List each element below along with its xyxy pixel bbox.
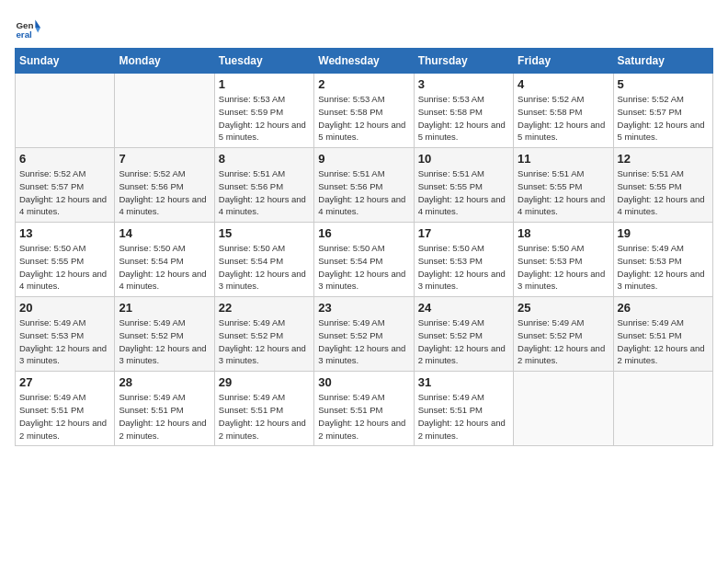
day-header-thursday: Thursday xyxy=(414,49,513,74)
logo: Gen eral xyxy=(15,15,44,40)
day-info: Sunrise: 5:50 AM Sunset: 5:54 PM Dayligh… xyxy=(219,242,310,293)
day-number: 5 xyxy=(618,77,709,91)
calendar-cell: 4Sunrise: 5:52 AM Sunset: 5:58 PM Daylig… xyxy=(514,74,613,148)
calendar-cell: 22Sunrise: 5:49 AM Sunset: 5:52 PM Dayli… xyxy=(214,297,313,372)
calendar-cell: 9Sunrise: 5:51 AM Sunset: 5:56 PM Daylig… xyxy=(314,148,414,223)
day-number: 7 xyxy=(119,152,210,166)
day-number: 12 xyxy=(618,152,709,166)
calendar-cell: 17Sunrise: 5:50 AM Sunset: 5:53 PM Dayli… xyxy=(414,223,513,297)
calendar-week-row: 6Sunrise: 5:52 AM Sunset: 5:57 PM Daylig… xyxy=(16,148,713,223)
day-info: Sunrise: 5:52 AM Sunset: 5:57 PM Dayligh… xyxy=(618,93,709,144)
day-info: Sunrise: 5:52 AM Sunset: 5:57 PM Dayligh… xyxy=(19,167,110,218)
day-info: Sunrise: 5:50 AM Sunset: 5:54 PM Dayligh… xyxy=(119,242,210,293)
day-info: Sunrise: 5:49 AM Sunset: 5:52 PM Dayligh… xyxy=(518,316,609,367)
page-header: Gen eral xyxy=(15,15,713,40)
calendar-table: SundayMondayTuesdayWednesdayThursdayFrid… xyxy=(15,48,713,446)
day-number: 19 xyxy=(618,226,709,240)
day-info: Sunrise: 5:49 AM Sunset: 5:52 PM Dayligh… xyxy=(219,316,310,367)
day-info: Sunrise: 5:51 AM Sunset: 5:55 PM Dayligh… xyxy=(518,167,609,218)
day-info: Sunrise: 5:49 AM Sunset: 5:53 PM Dayligh… xyxy=(618,242,709,293)
day-number: 13 xyxy=(19,226,110,240)
calendar-cell: 12Sunrise: 5:51 AM Sunset: 5:55 PM Dayli… xyxy=(613,148,712,223)
calendar-cell: 10Sunrise: 5:51 AM Sunset: 5:55 PM Dayli… xyxy=(414,148,513,223)
day-info: Sunrise: 5:49 AM Sunset: 5:51 PM Dayligh… xyxy=(119,391,210,442)
calendar-cell: 2Sunrise: 5:53 AM Sunset: 5:58 PM Daylig… xyxy=(314,74,414,148)
day-info: Sunrise: 5:52 AM Sunset: 5:58 PM Dayligh… xyxy=(518,93,609,144)
calendar-cell: 30Sunrise: 5:49 AM Sunset: 5:51 PM Dayli… xyxy=(314,372,414,446)
day-number: 24 xyxy=(418,301,509,315)
day-info: Sunrise: 5:49 AM Sunset: 5:52 PM Dayligh… xyxy=(418,316,509,367)
calendar-cell: 1Sunrise: 5:53 AM Sunset: 5:59 PM Daylig… xyxy=(214,74,313,148)
day-header-saturday: Saturday xyxy=(613,49,712,74)
day-info: Sunrise: 5:49 AM Sunset: 5:51 PM Dayligh… xyxy=(418,391,509,442)
logo-icon: Gen eral xyxy=(15,15,40,40)
day-number: 20 xyxy=(19,301,110,315)
day-info: Sunrise: 5:49 AM Sunset: 5:51 PM Dayligh… xyxy=(19,391,110,442)
day-info: Sunrise: 5:49 AM Sunset: 5:51 PM Dayligh… xyxy=(318,391,409,442)
day-info: Sunrise: 5:50 AM Sunset: 5:55 PM Dayligh… xyxy=(19,242,110,293)
calendar-cell: 18Sunrise: 5:50 AM Sunset: 5:53 PM Dayli… xyxy=(514,223,613,297)
day-info: Sunrise: 5:49 AM Sunset: 5:51 PM Dayligh… xyxy=(219,391,310,442)
calendar-cell: 7Sunrise: 5:52 AM Sunset: 5:56 PM Daylig… xyxy=(115,148,214,223)
day-number: 18 xyxy=(518,226,609,240)
day-info: Sunrise: 5:49 AM Sunset: 5:51 PM Dayligh… xyxy=(618,316,709,367)
day-header-monday: Monday xyxy=(115,49,214,74)
calendar-cell: 28Sunrise: 5:49 AM Sunset: 5:51 PM Dayli… xyxy=(115,372,214,446)
day-number: 16 xyxy=(318,226,409,240)
day-number: 3 xyxy=(418,77,509,91)
day-number: 26 xyxy=(618,301,709,315)
day-info: Sunrise: 5:49 AM Sunset: 5:53 PM Dayligh… xyxy=(19,316,110,367)
calendar-cell xyxy=(514,372,613,446)
calendar-week-row: 20Sunrise: 5:49 AM Sunset: 5:53 PM Dayli… xyxy=(16,297,713,372)
day-info: Sunrise: 5:51 AM Sunset: 5:55 PM Dayligh… xyxy=(418,167,509,218)
calendar-cell: 3Sunrise: 5:53 AM Sunset: 5:58 PM Daylig… xyxy=(414,74,513,148)
calendar-cell: 15Sunrise: 5:50 AM Sunset: 5:54 PM Dayli… xyxy=(214,223,313,297)
day-info: Sunrise: 5:53 AM Sunset: 5:58 PM Dayligh… xyxy=(318,93,409,144)
calendar-cell xyxy=(115,74,214,148)
day-info: Sunrise: 5:52 AM Sunset: 5:56 PM Dayligh… xyxy=(119,167,210,218)
calendar-cell: 24Sunrise: 5:49 AM Sunset: 5:52 PM Dayli… xyxy=(414,297,513,372)
day-number: 6 xyxy=(19,152,110,166)
day-header-tuesday: Tuesday xyxy=(214,49,313,74)
calendar-cell: 19Sunrise: 5:49 AM Sunset: 5:53 PM Dayli… xyxy=(613,223,712,297)
day-number: 23 xyxy=(318,301,409,315)
day-number: 31 xyxy=(418,375,509,389)
calendar-cell: 29Sunrise: 5:49 AM Sunset: 5:51 PM Dayli… xyxy=(214,372,313,446)
svg-marker-2 xyxy=(35,20,40,28)
day-number: 11 xyxy=(518,152,609,166)
calendar-week-row: 1Sunrise: 5:53 AM Sunset: 5:59 PM Daylig… xyxy=(16,74,713,148)
day-info: Sunrise: 5:53 AM Sunset: 5:58 PM Dayligh… xyxy=(418,93,509,144)
calendar-cell: 20Sunrise: 5:49 AM Sunset: 5:53 PM Dayli… xyxy=(16,297,115,372)
day-number: 25 xyxy=(518,301,609,315)
day-number: 4 xyxy=(518,77,609,91)
day-number: 15 xyxy=(219,226,310,240)
day-info: Sunrise: 5:51 AM Sunset: 5:56 PM Dayligh… xyxy=(219,167,310,218)
calendar-cell: 26Sunrise: 5:49 AM Sunset: 5:51 PM Dayli… xyxy=(613,297,712,372)
day-number: 2 xyxy=(318,77,409,91)
day-number: 1 xyxy=(219,77,310,91)
svg-text:eral: eral xyxy=(16,29,32,40)
day-number: 22 xyxy=(219,301,310,315)
calendar-week-row: 27Sunrise: 5:49 AM Sunset: 5:51 PM Dayli… xyxy=(16,372,713,446)
day-number: 28 xyxy=(119,375,210,389)
day-header-wednesday: Wednesday xyxy=(314,49,414,74)
calendar-cell: 31Sunrise: 5:49 AM Sunset: 5:51 PM Dayli… xyxy=(414,372,513,446)
day-info: Sunrise: 5:49 AM Sunset: 5:52 PM Dayligh… xyxy=(318,316,409,367)
calendar-cell: 6Sunrise: 5:52 AM Sunset: 5:57 PM Daylig… xyxy=(16,148,115,223)
day-number: 17 xyxy=(418,226,509,240)
calendar-cell: 11Sunrise: 5:51 AM Sunset: 5:55 PM Dayli… xyxy=(514,148,613,223)
calendar-cell: 13Sunrise: 5:50 AM Sunset: 5:55 PM Dayli… xyxy=(16,223,115,297)
calendar-cell: 14Sunrise: 5:50 AM Sunset: 5:54 PM Dayli… xyxy=(115,223,214,297)
svg-marker-3 xyxy=(35,28,40,33)
calendar-cell: 23Sunrise: 5:49 AM Sunset: 5:52 PM Dayli… xyxy=(314,297,414,372)
calendar-cell xyxy=(16,74,115,148)
day-number: 30 xyxy=(318,375,409,389)
calendar-cell: 27Sunrise: 5:49 AM Sunset: 5:51 PM Dayli… xyxy=(16,372,115,446)
calendar-cell: 25Sunrise: 5:49 AM Sunset: 5:52 PM Dayli… xyxy=(514,297,613,372)
day-info: Sunrise: 5:49 AM Sunset: 5:52 PM Dayligh… xyxy=(119,316,210,367)
calendar-header-row: SundayMondayTuesdayWednesdayThursdayFrid… xyxy=(16,49,713,74)
day-info: Sunrise: 5:53 AM Sunset: 5:59 PM Dayligh… xyxy=(219,93,310,144)
day-number: 21 xyxy=(119,301,210,315)
day-header-sunday: Sunday xyxy=(16,49,115,74)
day-number: 8 xyxy=(219,152,310,166)
